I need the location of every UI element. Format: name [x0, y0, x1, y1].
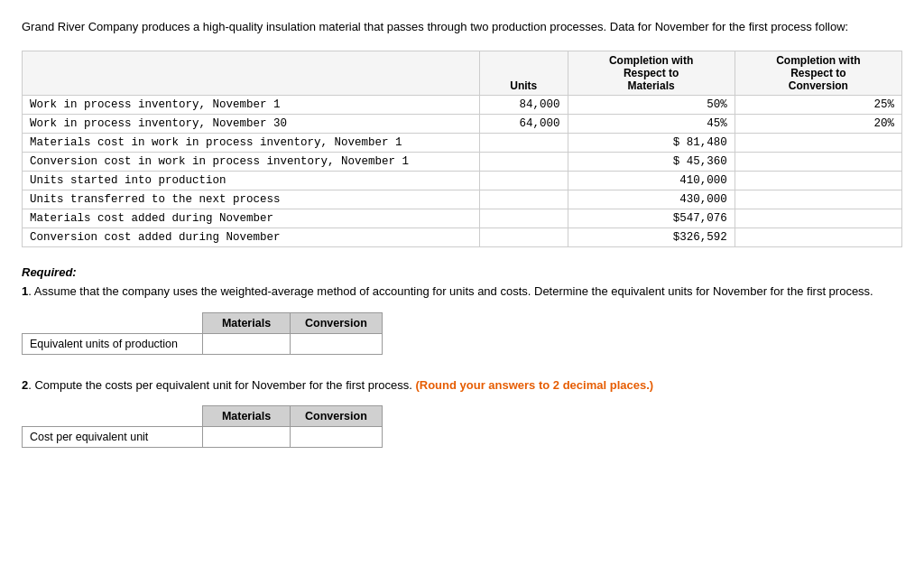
- answer-table-2: Materials Conversion Cost per equivalent…: [22, 405, 383, 448]
- table-row: Work in process inventory, November 1 84…: [23, 95, 902, 114]
- question2-text: 2. Compute the costs per equivalent unit…: [22, 376, 902, 395]
- table-row: Work in process inventory, November 30 6…: [23, 114, 902, 133]
- cost-per-unit-label: Cost per equivalent unit: [23, 426, 203, 447]
- cost-per-unit-row: Cost per equivalent unit: [23, 426, 383, 447]
- required-section: Required: 1. Assume that the company use…: [22, 265, 902, 301]
- table-row: Conversion cost in work in process inven…: [23, 152, 902, 171]
- intro-paragraph: Grand River Company produces a high-qual…: [22, 18, 902, 36]
- cost-per-unit-materials-cell[interactable]: [203, 426, 291, 447]
- equivalent-units-label: Equivalent units of production: [23, 334, 203, 355]
- answer-table-1: Materials Conversion Equivalent units of…: [22, 312, 383, 355]
- col-units-header: Units: [480, 51, 568, 95]
- table-row: Units transferred to the next process 43…: [23, 190, 902, 209]
- equivalent-units-materials-cell[interactable]: [203, 334, 291, 355]
- equivalent-units-row: Equivalent units of production: [23, 334, 383, 355]
- table-row: Conversion cost added during November $3…: [23, 228, 902, 246]
- cost-per-unit-conversion-cell[interactable]: [291, 426, 383, 447]
- question1-text: 1. Assume that the company uses the weig…: [22, 283, 902, 301]
- answer2-materials-header: Materials: [203, 405, 291, 426]
- cost-per-unit-materials-input[interactable]: [210, 431, 282, 443]
- equivalent-units-conversion-input[interactable]: [302, 338, 374, 350]
- table-row: Materials cost added during November $54…: [23, 209, 902, 228]
- q2-highlight: (Round your answers to 2 decimal places.…: [415, 378, 653, 392]
- cost-per-unit-conversion-input[interactable]: [302, 431, 374, 443]
- col-materials-header: Completion withRespect toMaterials: [568, 51, 735, 95]
- table-row: Units started into production 410,000: [23, 171, 902, 190]
- answer1-materials-header: Materials: [203, 313, 291, 334]
- table-row: Materials cost in work in process invent…: [23, 133, 902, 152]
- equivalent-units-materials-input[interactable]: [210, 338, 282, 350]
- data-table: Units Completion withRespect toMaterials…: [22, 51, 902, 247]
- equivalent-units-conversion-cell[interactable]: [291, 334, 383, 355]
- answer1-conversion-header: Conversion: [291, 313, 383, 334]
- required-label: Required:: [22, 265, 902, 279]
- answer2-conversion-header: Conversion: [291, 405, 383, 426]
- col-conversion-header: Completion withRespect toConversion: [735, 51, 901, 95]
